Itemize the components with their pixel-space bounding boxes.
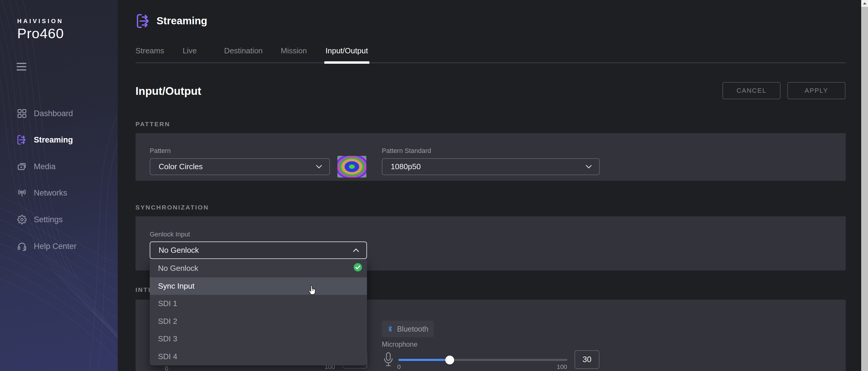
microphone-label: Microphone [382,340,417,348]
brand-logo: HAIVISION Pro460 [17,18,64,41]
dropdown-option-sync-input[interactable]: Sync Input [150,277,367,295]
microphone-value: 30 [583,355,591,364]
dropdown-option-sdi-1[interactable]: SDI 1 [150,295,367,313]
microphone-value-box[interactable]: 30 [575,350,599,369]
scrollbar [861,0,868,371]
pattern-section-heading: PATTERN [135,121,170,128]
chevron-up-icon [353,248,359,252]
scrollbar-up-button[interactable] [861,0,868,7]
apply-button[interactable]: APPLY [787,82,845,99]
slider-min-label: 0 [397,363,401,370]
brand-name: HAIVISION [17,18,64,25]
pattern-select[interactable]: Color Circles [150,158,330,175]
pattern-standard-field-label: Pattern Standard [382,147,431,155]
brand-model: Pro460 [17,25,64,41]
chevron-down-icon [586,165,592,168]
genlock-select[interactable]: No Genlock [150,242,367,259]
settings-gear-icon [17,214,27,225]
sidebar-item-label: Networks [34,188,67,198]
dropdown-option-sdi-4[interactable]: SDI 4 [150,348,367,366]
media-icon [17,161,27,172]
pattern-field-label: Pattern [150,147,171,155]
tabs-divider [135,63,846,63]
page-title: Input/Output [135,85,201,97]
hamburger-menu-icon[interactable] [17,63,26,72]
cancel-button[interactable]: CANCEL [722,82,780,99]
tab-destination[interactable]: Destination [224,46,262,57]
dropdown-option-label: No Genlock [158,264,198,273]
sidebar-item-label: Help Center [34,242,76,251]
app-root: HAIVISION Pro460 Dashboard [0,0,868,371]
genlock-dropdown-list: No Genlock Sync Input SDI 1 SDI 2 SDI 3 … [150,259,367,365]
pattern-standard-select[interactable]: 1080p50 [382,158,600,175]
bluetooth-button[interactable]: Bluetooth [382,321,434,337]
sidebar-item-dashboard[interactable]: Dashboard [0,104,118,122]
microphone-icon [383,352,393,370]
dropdown-option-no-genlock[interactable]: No Genlock [150,259,367,277]
dropdown-option-label: SDI 1 [158,299,177,308]
covered-slider-min-label: 0 [165,365,168,371]
sidebar-item-label: Dashboard [34,109,73,118]
bluetooth-icon [387,325,393,333]
dropdown-option-sdi-2[interactable]: SDI 2 [150,313,367,331]
tab-mission[interactable]: Mission [281,46,307,57]
microphone-slider-fill [398,359,450,361]
sidebar-item-media[interactable]: Media [0,158,118,176]
sidebar-item-label: Settings [34,215,63,224]
pattern-select-value: Color Circles [159,162,203,171]
color-circles-preview [337,156,366,178]
dropdown-option-label: Sync Input [158,281,194,291]
dropdown-option-label: SDI 4 [158,352,177,361]
microphone-slider-thumb[interactable] [445,355,454,365]
tab-live[interactable]: Live [183,46,197,57]
tab-input-output[interactable]: Input/Output [326,46,368,57]
microphone-slider-track[interactable] [398,359,567,361]
pattern-standard-select-value: 1080p50 [391,162,421,171]
sidebar-item-label: Streaming [34,135,73,145]
sidebar-item-networks[interactable]: Networks [0,184,118,202]
sidebar-item-label: Media [34,162,56,171]
dashboard-grid-icon [17,108,27,119]
dropdown-option-label: SDI 2 [158,317,177,326]
synchronization-section-heading: SYNCHRONIZATION [135,204,209,211]
active-tab-underline [324,61,369,64]
sidebar-item-streaming[interactable]: Streaming [0,131,118,149]
scrollbar-up-arrow-icon [863,2,867,4]
streaming-icon [17,134,27,145]
genlock-select-value: No Genlock [159,246,199,255]
sidebar-item-settings[interactable]: Settings [0,211,118,228]
genlock-field-label: Genlock Input [150,230,190,238]
sidebar-item-help-center[interactable]: Help Center [0,237,118,255]
tab-streams[interactable]: Streams [135,46,164,57]
selected-check-icon [353,263,362,274]
help-center-icon [17,241,27,252]
slider-max-label: 100 [557,363,567,370]
dropdown-option-sdi-3[interactable]: SDI 3 [150,330,367,348]
networks-icon [17,188,27,198]
page-section-title: Streaming [157,15,207,27]
streaming-header-icon [136,13,151,30]
chevron-down-icon [316,165,322,168]
scrollbar-thumb[interactable] [861,7,868,371]
bluetooth-button-label: Bluetooth [397,325,428,333]
dropdown-option-label: SDI 3 [158,334,177,343]
sidebar: HAIVISION Pro460 Dashboard [0,0,118,371]
